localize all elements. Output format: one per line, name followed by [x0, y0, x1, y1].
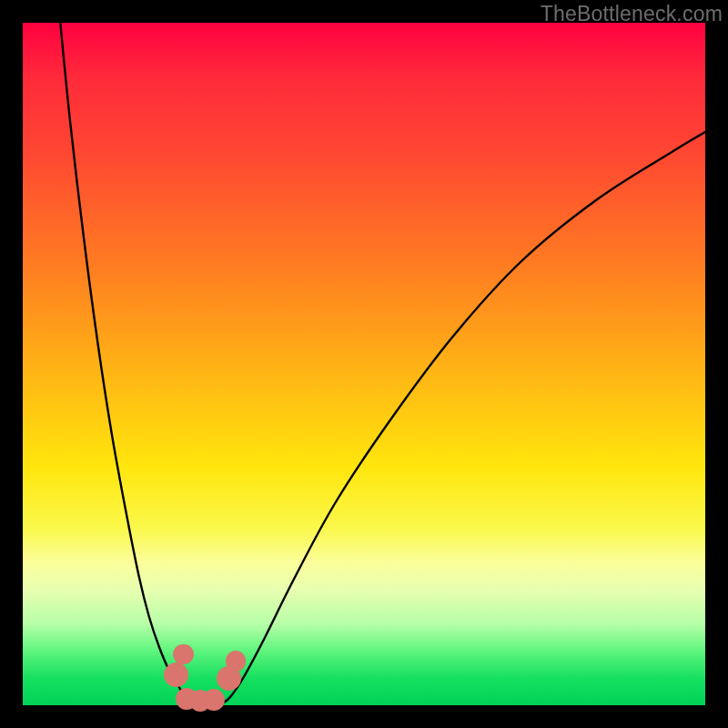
bottleneck-curve	[60, 23, 705, 704]
dot-right-high	[226, 651, 247, 672]
dot-left-high	[173, 644, 194, 665]
plot-area	[23, 23, 705, 705]
dot-floor-c	[203, 689, 225, 711]
chart-frame: TheBottleneck.com	[0, 0, 728, 728]
curve-svg	[23, 23, 705, 705]
dot-left-low	[164, 662, 188, 687]
